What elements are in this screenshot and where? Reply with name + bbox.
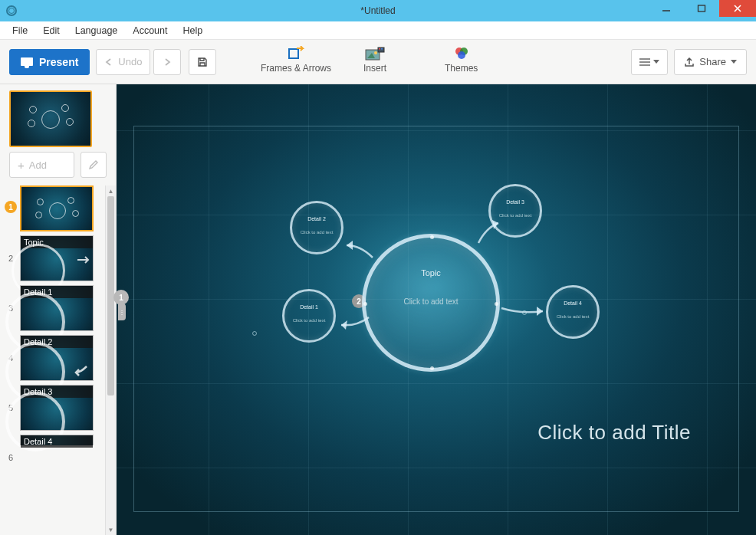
sidebar-collapse-handle[interactable]: 1 ⋮ [113,290,129,320]
detail-label: Detail 1 [284,304,334,310]
insert-button[interactable]: Insert [363,46,386,74]
undo-icon [104,58,113,66]
path-step-badge: 1 [5,201,17,213]
scroll-up-icon[interactable]: ▲ [106,185,116,196]
collapse-badge: 1 [113,290,129,305]
undo-label: Undo [118,56,142,67]
app-icon [6,5,17,16]
detail-sub: Click to add text [548,314,597,319]
canvas[interactable]: Click to add Title 2 Topic Click to add … [117,84,756,535]
insert-label: Insert [363,63,386,74]
window-titlebar: *Untitled [0,0,756,21]
detail-frame-1[interactable]: Detail 1 Click to add text [282,289,336,343]
menu-bar: File Edit Language Account Help [0,21,756,40]
path-label: Detail 4 [21,435,93,448]
canvas-dot [522,310,527,315]
frames-icon [288,46,304,61]
svg-rect-10 [381,48,383,50]
pencil-icon [88,159,99,170]
svg-point-13 [458,51,465,59]
toolbar: Present Undo Frames & Arrows Insert Them… [0,40,756,84]
present-button[interactable]: Present [9,49,90,75]
undo-button[interactable]: Undo [96,49,150,75]
menu-account[interactable]: Account [127,24,173,38]
menu-edit[interactable]: Edit [37,24,66,38]
themes-icon [453,46,470,61]
menu-help[interactable]: Help [177,24,209,38]
overview-thumbnail[interactable] [9,90,92,147]
scroll-down-icon[interactable]: ▼ [106,524,116,535]
path-list: 1 2 Topic 3 De [0,185,116,535]
detail-frame-2[interactable]: Detail 2 Click to add text [290,201,343,254]
path-step-3[interactable]: 3 Detail 1 [0,285,116,331]
detail-sub: Click to add text [292,230,341,235]
present-icon [21,57,33,66]
present-label: Present [39,56,78,68]
svg-rect-8 [378,48,384,52]
path-thumbnail[interactable]: Detail 2 [20,335,94,381]
detail-sub: Click to add text [491,213,540,218]
path-thumbnail[interactable]: Detail 1 [20,285,94,331]
svg-marker-18 [731,60,737,64]
detail-label: Detail 4 [548,300,597,306]
detail-frame-4[interactable]: Detail 4 Click to add text [546,285,600,339]
window-minimize-button[interactable] [649,0,684,17]
themes-label: Themes [445,63,478,74]
window-title: *Untitled [0,5,756,16]
window-close-button[interactable] [719,0,756,17]
settings-menu-button[interactable] [631,49,668,75]
path-thumbnail[interactable]: Topic [20,235,94,281]
frames-label: Frames & Arrows [261,63,331,74]
window-maximize-button[interactable] [684,0,719,17]
add-label: Add [29,159,47,171]
path-step-2[interactable]: 2 Topic [0,235,116,281]
svg-rect-9 [379,48,380,50]
share-button[interactable]: Share [674,49,747,75]
sidebar: + Add 1 2 Topic [0,84,117,535]
topic-frame[interactable]: Topic Click to add text [362,234,500,372]
title-placeholder[interactable]: Click to add Title [537,421,691,445]
redo-button[interactable] [153,49,181,75]
menu-file[interactable]: File [6,24,34,38]
path-step-1[interactable]: 1 [0,185,116,231]
share-label: Share [699,56,726,67]
detail-frame-3[interactable]: Detail 3 Click to add text [488,184,542,238]
sidebar-scrollbar[interactable]: ▲ ▼ [105,185,116,535]
topic-title[interactable]: Topic [366,268,496,277]
redo-icon [163,58,172,66]
svg-point-7 [374,51,377,54]
path-thumbnail[interactable]: Detail 3 [20,385,94,431]
frames-arrows-button[interactable]: Frames & Arrows [261,46,331,74]
chevron-down-icon [653,60,659,64]
menu-language[interactable]: Language [69,24,124,38]
detail-label: Detail 3 [491,199,540,205]
add-button[interactable]: + Add [9,152,74,178]
themes-button[interactable]: Themes [445,46,478,74]
detail-sub: Click to add text [284,318,334,323]
share-icon [684,57,695,67]
path-thumbnail[interactable] [20,185,94,231]
insert-icon [364,46,386,61]
topic-subtitle[interactable]: Click to add text [366,297,496,306]
chevron-down-icon [731,60,737,64]
canvas-dot [252,331,257,336]
svg-rect-1 [698,5,705,11]
save-icon [197,57,208,67]
collapse-grip-icon: ⋮ [118,304,126,320]
edit-path-button[interactable] [81,152,107,178]
save-button[interactable] [189,49,216,75]
svg-line-3 [735,5,741,11]
svg-rect-4 [289,49,298,58]
plus-icon: + [18,159,25,172]
detail-label: Detail 2 [292,216,341,222]
path-thumbnail[interactable]: Detail 4 [20,435,94,445]
svg-line-2 [735,5,741,11]
hamburger-icon [639,58,650,66]
svg-marker-17 [653,60,659,64]
